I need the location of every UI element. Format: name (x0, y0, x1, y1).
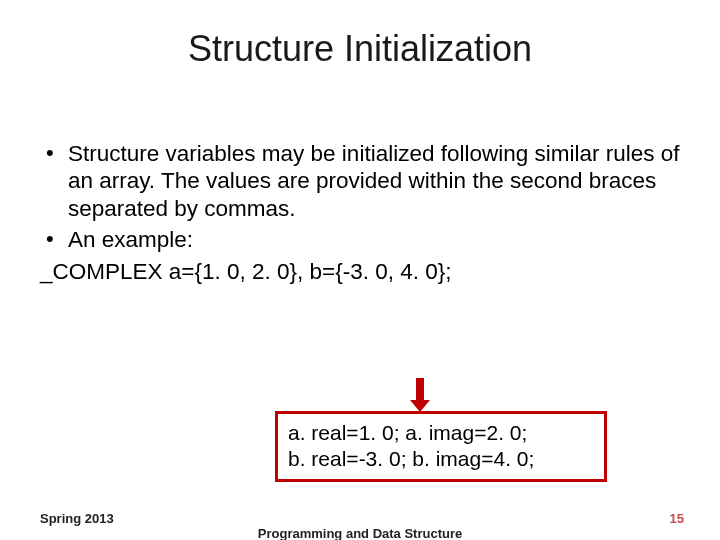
bullet-text: An example: (68, 227, 193, 252)
slide-body: Structure variables may be initialized f… (40, 140, 680, 285)
footer-center: Programming and Data Structure (0, 526, 720, 540)
box-line: b. real=-3. 0; b. imag=4. 0; (288, 446, 594, 472)
bullet-item: Structure variables may be initialized f… (40, 140, 680, 222)
bullet-list: Structure variables may be initialized f… (40, 140, 680, 254)
box-line: a. real=1. 0; a. imag=2. 0; (288, 420, 594, 446)
bullet-text: Structure variables may be initialized f… (68, 141, 680, 221)
slide: Structure Initialization Structure varia… (0, 0, 720, 540)
callout-box: a. real=1. 0; a. imag=2. 0; b. real=-3. … (275, 411, 607, 482)
code-line: _COMPLEX a={1. 0, 2. 0}, b={-3. 0, 4. 0}… (40, 258, 680, 285)
footer-left: Spring 2013 (40, 511, 114, 526)
slide-title: Structure Initialization (40, 28, 680, 70)
footer-page-number: 15 (670, 511, 684, 526)
arrow-body (416, 378, 424, 402)
bullet-item: An example: (40, 226, 680, 253)
arrow-down-icon (410, 378, 430, 412)
